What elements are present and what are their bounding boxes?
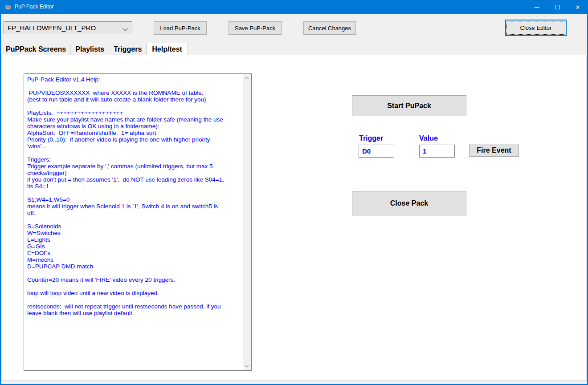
close-icon: ✕ (576, 4, 580, 11)
pack-select-dropdown[interactable]: FP_HALLOWEEN_ULT_PRO (4, 21, 132, 34)
minimize-icon (535, 7, 539, 8)
save-pup-pack-button[interactable]: Save PuP-Pack (229, 21, 282, 35)
tab-triggers[interactable]: Triggers (109, 44, 147, 55)
tab-strip: PuPPack Screens Playlists Triggers Help/… (1, 43, 188, 55)
help-text: PuP-Pack Editor v1.4 Help: PUPVIDEOS\XXX… (27, 76, 241, 369)
tab-help-test[interactable]: Help/test (147, 43, 188, 55)
trigger-label: Trigger (359, 134, 383, 142)
pup-pack-editor-window: PuP Pack Editor ✕ FP_HALLOWEEN_ULT_PRO L… (0, 0, 588, 385)
close-pack-button[interactable]: Close Pack (352, 191, 466, 215)
pup-logo-icon (4, 4, 12, 11)
close-editor-button[interactable]: Close Editor (505, 20, 567, 36)
tab-label: Help/test (152, 45, 182, 53)
chevron-up-icon[interactable] (245, 77, 249, 81)
help-text-memo[interactable]: PuP-Pack Editor v1.4 Help: PUPVIDEOS\XXX… (24, 73, 252, 371)
fire-event-button[interactable]: Fire Event (469, 144, 519, 157)
maximize-icon (555, 5, 559, 9)
titlebar: PuP Pack Editor ✕ (0, 0, 588, 14)
maximize-button[interactable] (547, 0, 568, 14)
minimize-button[interactable] (527, 0, 547, 14)
value-input[interactable] (419, 145, 455, 158)
tab-label: Triggers (114, 45, 142, 53)
cancel-changes-button[interactable]: Cancel Changes (303, 21, 356, 35)
pack-select-value: FP_HALLOWEEN_ULT_PRO (8, 24, 96, 32)
memo-scrollbar[interactable] (243, 74, 251, 370)
close-button[interactable]: ✕ (568, 0, 588, 14)
focus-rectangle (506, 21, 565, 35)
tab-playlists[interactable]: Playlists (71, 44, 109, 55)
load-pup-pack-button[interactable]: Load PuP-Pack (154, 21, 207, 35)
window-title: PuP Pack Editor (15, 4, 53, 10)
value-label: Value (419, 134, 438, 142)
chevron-down-icon[interactable] (245, 364, 249, 367)
start-pupack-button[interactable]: Start PuPack (352, 95, 466, 116)
chevron-down-icon (122, 26, 127, 31)
tab-label: Playlists (75, 45, 104, 53)
trigger-input[interactable] (359, 145, 394, 158)
tab-label: PuPPack Screens (6, 45, 66, 53)
tab-puppack-screens[interactable]: PuPPack Screens (1, 44, 71, 55)
